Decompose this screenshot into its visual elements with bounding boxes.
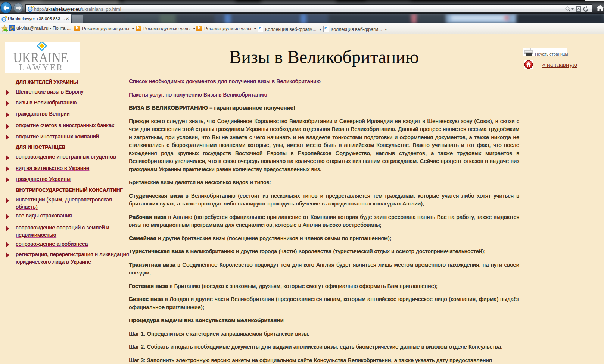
svg-text:@: @	[10, 26, 15, 31]
